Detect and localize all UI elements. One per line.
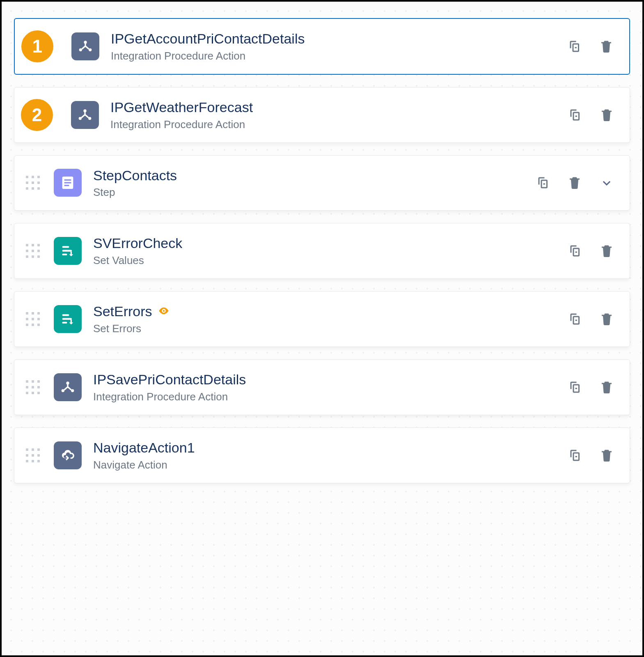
clone-button[interactable] xyxy=(566,38,582,55)
element-subtitle: Set Errors xyxy=(93,322,558,335)
set-values-icon xyxy=(54,305,82,333)
element-subtitle: Step xyxy=(93,186,526,199)
svg-point-3 xyxy=(83,109,86,112)
svg-rect-11 xyxy=(62,250,72,252)
annotation-badge: 2 xyxy=(19,97,55,133)
svg-rect-12 xyxy=(62,254,67,255)
clone-button[interactable] xyxy=(566,107,583,123)
element-subtitle: Navigate Action xyxy=(93,459,558,471)
svg-rect-13 xyxy=(62,314,69,316)
expand-button[interactable] xyxy=(598,175,615,191)
clone-button[interactable] xyxy=(534,175,551,191)
delete-button[interactable] xyxy=(598,107,615,123)
delete-button[interactable] xyxy=(598,38,614,55)
element-card[interactable]: SetErrors Set Errors xyxy=(14,291,630,347)
element-card[interactable]: 2 IPGetWeatherForecast Integration Proce… xyxy=(14,87,630,143)
clone-button[interactable] xyxy=(566,311,583,327)
step-icon xyxy=(54,169,82,197)
element-card[interactable]: NavigateAction1 Navigate Action xyxy=(14,427,630,483)
delete-button[interactable] xyxy=(598,447,615,464)
svg-rect-9 xyxy=(64,185,69,186)
integration-icon xyxy=(71,32,99,60)
element-subtitle: Integration Procedure Action xyxy=(93,391,558,403)
svg-rect-14 xyxy=(62,318,72,320)
element-title: IPSavePriContactDetails xyxy=(93,371,558,388)
drag-handle[interactable] xyxy=(26,244,42,258)
element-labels: StepContacts Step xyxy=(93,167,526,199)
delete-button[interactable] xyxy=(598,311,615,327)
element-labels: NavigateAction1 Navigate Action xyxy=(93,439,558,471)
element-title: StepContacts xyxy=(93,167,526,184)
delete-button[interactable] xyxy=(598,243,615,259)
conditional-view-icon xyxy=(158,305,170,318)
element-subtitle: Set Values xyxy=(93,254,558,267)
svg-rect-7 xyxy=(64,179,71,181)
element-title: SVErrorCheck xyxy=(93,235,558,252)
svg-rect-15 xyxy=(62,322,67,324)
svg-point-16 xyxy=(66,381,69,384)
element-card[interactable]: StepContacts Step xyxy=(14,155,630,211)
element-card[interactable]: IPSavePriContactDetails Integration Proc… xyxy=(14,359,630,415)
element-card[interactable]: SVErrorCheck Set Values xyxy=(14,223,630,279)
delete-button[interactable] xyxy=(566,175,583,191)
integration-icon xyxy=(54,373,82,401)
element-title: SetErrors xyxy=(93,303,152,320)
element-title: IPGetWeatherForecast xyxy=(110,99,558,116)
clone-button[interactable] xyxy=(566,243,583,259)
navigate-icon xyxy=(54,441,82,469)
drag-handle[interactable] xyxy=(26,312,42,326)
clone-button[interactable] xyxy=(566,379,583,395)
annotation-badge: 1 xyxy=(20,29,55,64)
element-labels: SetErrors Set Errors xyxy=(93,303,558,335)
omniscript-canvas: 1 IPGetAccountPriContactDetails Integrat… xyxy=(0,0,644,657)
element-title: IPGetAccountPriContactDetails xyxy=(111,30,558,47)
element-labels: IPSavePriContactDetails Integration Proc… xyxy=(93,371,558,403)
element-title: NavigateAction1 xyxy=(93,439,558,456)
element-subtitle: Integration Procedure Action xyxy=(110,118,558,131)
element-labels: SVErrorCheck Set Values xyxy=(93,235,558,267)
integration-icon xyxy=(71,101,99,129)
clone-button[interactable] xyxy=(566,447,583,464)
element-card[interactable]: 1 IPGetAccountPriContactDetails Integrat… xyxy=(14,18,630,75)
set-values-icon xyxy=(54,237,82,265)
drag-handle[interactable] xyxy=(26,380,42,394)
svg-rect-10 xyxy=(62,246,69,248)
drag-handle[interactable] xyxy=(26,448,42,462)
element-labels: IPGetWeatherForecast Integration Procedu… xyxy=(110,99,558,131)
svg-point-0 xyxy=(84,41,87,44)
element-subtitle: Integration Procedure Action xyxy=(111,50,558,62)
element-labels: IPGetAccountPriContactDetails Integratio… xyxy=(111,30,558,62)
svg-rect-8 xyxy=(64,182,71,184)
drag-handle[interactable] xyxy=(26,176,42,190)
delete-button[interactable] xyxy=(598,379,615,395)
